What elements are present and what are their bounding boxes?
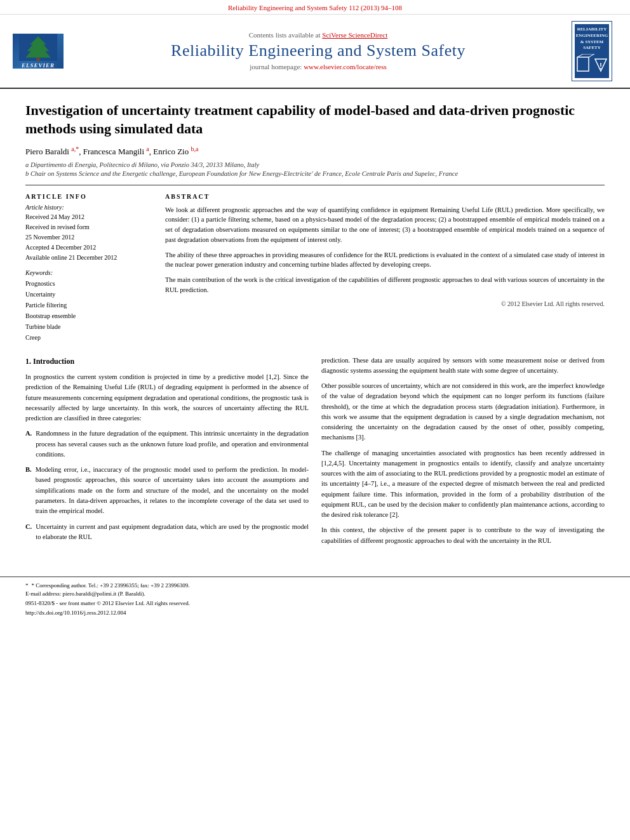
list-letter-c: C. <box>25 522 32 543</box>
list-letter-a: A. <box>25 429 32 460</box>
article-info-title: ARTICLE INFO <box>25 193 152 200</box>
svg-line-5 <box>589 54 594 57</box>
authors-line: Piero Baraldi a,*, Francesca Mangili a, … <box>25 145 605 157</box>
svg-rect-3 <box>577 57 589 71</box>
svg-rect-2 <box>36 58 39 61</box>
sciverse-link[interactable]: SciVerse ScienceDirect <box>322 31 387 39</box>
journal-center: Contents lists available at SciVerse Sci… <box>76 31 560 70</box>
revised-date: 25 November 2012 <box>25 234 74 241</box>
sciverse-prefix: Contents lists available at <box>249 31 321 39</box>
list-item-c: C. Uncertainty in current and past equip… <box>25 522 309 543</box>
abstract-panel: ABSTRACT We look at different prognostic… <box>165 193 605 343</box>
journal-logo-inner: RELIABILITY ENGINEERING & SYSTEM SAFETY <box>575 24 610 78</box>
list-content-b: Modeling error, i.e., inaccuracy of the … <box>36 465 309 516</box>
sciverse-line: Contents lists available at SciVerse Sci… <box>76 31 560 39</box>
journal-homepage: journal homepage: www.elsevier.com/locat… <box>76 63 560 70</box>
keyword-6: Creep <box>25 332 152 343</box>
journal-logo-right: RELIABILITY ENGINEERING & SYSTEM SAFETY <box>566 21 617 81</box>
keywords-section: Keywords: Prognostics Uncertainty Partic… <box>25 269 152 343</box>
keywords-label: Keywords: <box>25 269 152 276</box>
footnote-email-line: E-mail address: piero.baraldi@polimi.it … <box>25 590 605 597</box>
list-item-a: A. Randomness in the future degradation … <box>25 429 309 460</box>
info-dates: Received 24 May 2012 Received in revised… <box>25 212 152 263</box>
body-columns: 1. Introduction In prognostics the curre… <box>25 356 605 552</box>
list-letter-b: B. <box>25 465 32 516</box>
elsevier-wordmark: ELSEVIER <box>22 62 55 69</box>
body-left-column: 1. Introduction In prognostics the curre… <box>25 356 309 552</box>
homepage-link[interactable]: www.elsevier.com/locate/ress <box>304 63 387 70</box>
svg-point-9 <box>600 68 601 69</box>
footer-copyright1: 0951-8320/$ - see front matter © 2012 El… <box>25 600 605 606</box>
accepted-date: Accepted 4 December 2012 <box>25 244 96 251</box>
elsevier-logo: ELSEVIER <box>13 34 70 69</box>
right-p1: prediction. These data are usually acqui… <box>321 356 605 377</box>
logo-line2: ENGINEERING <box>576 33 608 39</box>
history-label: Article history: <box>25 204 152 211</box>
footnote-star-symbol: * <box>25 582 29 589</box>
list-content-a: Randomness in the future degradation of … <box>36 429 309 460</box>
article-content: Investigation of uncertainty treatment c… <box>0 89 630 564</box>
logo-line3: & SYSTEM <box>576 39 608 46</box>
homepage-prefix: journal homepage: <box>250 63 302 70</box>
article-info-panel: ARTICLE INFO Article history: Received 2… <box>25 193 152 343</box>
article-title: Investigation of uncertainty treatment c… <box>25 102 605 138</box>
right-p3: The challenge of managing uncertainties … <box>321 448 605 521</box>
keyword-4: Bootstrap ensemble <box>25 310 152 321</box>
keyword-5: Turbine blade <box>25 321 152 332</box>
affiliation-b: b Chair on Systems Science and the Energ… <box>25 170 605 177</box>
received-date: Received 24 May 2012 <box>25 213 84 220</box>
abstract-title: ABSTRACT <box>165 193 605 200</box>
top-banner: Reliability Engineering and System Safet… <box>0 0 630 15</box>
journal-title-heading: Reliability Engineering and System Safet… <box>76 41 560 60</box>
list-item-b: B. Modeling error, i.e., inaccuracy of t… <box>25 465 309 516</box>
footer: * * Corresponding author. Tel.: +39 2 23… <box>0 577 630 621</box>
abstract-p1: We look at different prognostic approach… <box>165 205 605 245</box>
right-p4: In this context, the objective of the pr… <box>321 525 605 546</box>
body-right-column: prediction. These data are usually acqui… <box>321 356 605 552</box>
keyword-3: Particle filtering <box>25 300 152 310</box>
revised-label: Received in revised form <box>25 223 90 230</box>
section1-title: 1. Introduction <box>25 356 309 368</box>
logo-line4: SAFETY <box>576 45 608 51</box>
footnote-star-line: * * Corresponding author. Tel.: +39 2 23… <box>25 582 605 589</box>
keyword-1: Prognostics <box>25 278 152 289</box>
logo-line1: RELIABILITY <box>576 27 608 33</box>
footer-copyright2: http://dx.doi.org/10.1016/j.ress.2012.12… <box>25 610 605 616</box>
journal-header: ELSEVIER Contents lists available at Sci… <box>0 15 630 89</box>
journal-logo-box: RELIABILITY ENGINEERING & SYSTEM SAFETY <box>572 21 613 81</box>
list-content-c: Uncertainty in current and past equipmen… <box>36 522 309 543</box>
footnote-star-text: * Corresponding author. Tel.: +39 2 2399… <box>32 582 190 589</box>
copyright-line: © 2012 Elsevier Ltd. All rights reserved… <box>165 300 605 307</box>
info-abstract-container: ARTICLE INFO Article history: Received 2… <box>25 193 605 343</box>
affiliation-a: a Dipartimento di Energia, Politecnico d… <box>25 161 605 168</box>
banner-text: Reliability Engineering and System Safet… <box>228 4 402 11</box>
abstract-p2: The ability of these three approaches in… <box>165 250 605 270</box>
footnote-email-text: E-mail address: piero.baraldi@polimi.it … <box>25 590 145 597</box>
right-p2: Other possible sources of uncertainty, w… <box>321 381 605 443</box>
keyword-2: Uncertainty <box>25 289 152 300</box>
divider-1 <box>25 185 605 185</box>
abstract-p3: The main contribution of the work is the… <box>165 275 605 295</box>
logo-icons <box>576 54 608 76</box>
section1-p1: In prognostics the current system condit… <box>25 372 309 423</box>
elsevier-image: ELSEVIER <box>13 34 64 69</box>
available-date: Available online 21 December 2012 <box>25 254 117 261</box>
page-wrapper: Reliability Engineering and System Safet… <box>0 0 630 840</box>
